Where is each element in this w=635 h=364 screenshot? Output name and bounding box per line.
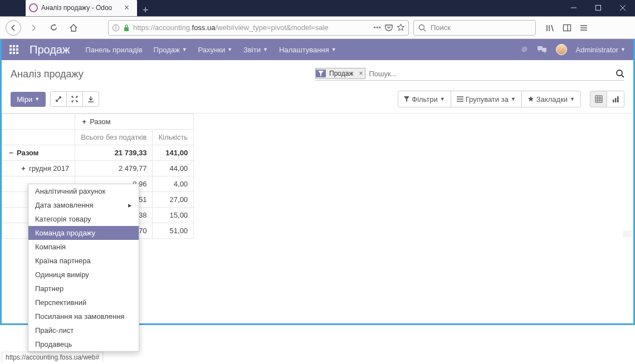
dropdown-item[interactable]: Компанія — [28, 240, 139, 254]
svg-rect-23 — [595, 96, 602, 102]
dropdown-item[interactable]: Партнер — [28, 282, 139, 296]
cell: 21 739,33 — [75, 145, 153, 161]
chat-icon[interactable] — [537, 45, 547, 54]
browser-search[interactable]: Поиск — [413, 20, 536, 36]
scrollbar[interactable] — [623, 230, 632, 237]
submenu-arrow-icon: ▸ — [128, 201, 132, 209]
dropdown-item[interactable]: Одиниця виміру — [28, 268, 139, 282]
pivot-view-button[interactable] — [590, 91, 607, 107]
filter-icon — [316, 70, 326, 77]
cell: 4,00 — [153, 176, 194, 192]
browser-navbar: https://accounting.foss.ua/web#view_type… — [0, 17, 635, 39]
svg-line-19 — [622, 75, 624, 77]
svg-line-9 — [424, 29, 426, 31]
pocket-icon[interactable] — [384, 24, 393, 32]
menu-dashboard[interactable]: Панель приладів — [85, 46, 142, 54]
menu-settings[interactable]: Налаштування▼ — [279, 46, 336, 54]
dropdown-item[interactable]: Продавець — [28, 337, 139, 351]
expand-all-button[interactable] — [66, 91, 83, 107]
dropdown-item[interactable]: Категорія товару — [28, 212, 139, 226]
back-button[interactable] — [6, 20, 21, 36]
svg-rect-29 — [615, 98, 617, 102]
svg-point-6 — [115, 25, 116, 26]
svg-rect-28 — [613, 100, 614, 102]
dropdown-item[interactable]: Команда продажу — [28, 226, 139, 240]
svg-rect-1 — [596, 6, 601, 11]
svg-line-12 — [551, 25, 553, 31]
sidebar-icon[interactable] — [563, 23, 572, 32]
url-more-icon[interactable]: ••• — [373, 23, 381, 32]
list-icon — [457, 96, 463, 102]
control-panel: Аналіз продажу Продаж × Міри ▼ — [2, 60, 633, 114]
col-header-total[interactable]: +Разом — [75, 114, 194, 130]
dropdown-item[interactable]: Прайс-лист — [28, 323, 139, 337]
dropdown-item[interactable]: Посилання на замовлення — [28, 309, 139, 323]
dropdown-item[interactable]: Країна партнера — [28, 254, 139, 268]
menu-reports[interactable]: Звіти▼ — [243, 46, 268, 54]
status-bar: https://accounting.foss.ua/web# — [2, 352, 103, 362]
tag-remove-icon[interactable]: × — [356, 70, 365, 77]
filters-button[interactable]: Фільтри ▼ — [398, 91, 451, 107]
library-icon[interactable] — [546, 23, 555, 32]
flip-axis-button[interactable] — [50, 91, 67, 107]
info-icon — [112, 24, 120, 32]
tab-title: Аналіз продажу - Odoo — [41, 4, 119, 12]
dropdown-item[interactable]: Перспективний — [28, 296, 139, 309]
cell: 44,00 — [153, 161, 194, 176]
search-filter-tag: Продаж × — [315, 68, 365, 79]
url-text: https://accounting.foss.ua/web#view_type… — [133, 23, 370, 32]
user-menu[interactable]: Administrator▼ — [576, 46, 626, 54]
groupby-dropdown: Аналітичний рахунок Дата замовлення▸ Кат… — [28, 184, 139, 352]
svg-rect-30 — [617, 96, 619, 102]
hamburger-icon[interactable] — [579, 23, 588, 32]
favicon-icon — [29, 3, 38, 12]
home-button[interactable] — [66, 20, 81, 36]
measure-header-1[interactable]: Всього без податків — [75, 130, 153, 145]
avatar-icon — [556, 44, 567, 55]
cell: 27,00 — [153, 192, 194, 208]
browser-tab[interactable]: Аналіз продажу - Odoo × — [26, 0, 137, 16]
svg-point-18 — [617, 70, 622, 76]
bookmark-star-icon[interactable] — [397, 23, 405, 32]
search-icon — [418, 24, 426, 32]
tab-close-icon[interactable]: × — [122, 3, 131, 13]
menu-sales[interactable]: Продаж▼ — [154, 46, 187, 54]
graph-view-button[interactable] — [607, 91, 624, 107]
newtab-button[interactable]: + — [137, 4, 154, 16]
apps-icon[interactable] — [9, 45, 18, 54]
odoo-top-menu: Продаж Панель приладів Продаж▼ Рахунки▼ … — [2, 39, 633, 60]
favorites-button[interactable]: Закладки ▼ — [521, 91, 581, 107]
search-input[interactable] — [369, 70, 616, 78]
row-header[interactable]: +грудня 2017 — [2, 161, 75, 176]
groupby-button[interactable]: Групувати за ▼ — [451, 91, 522, 107]
filter-icon — [404, 96, 409, 102]
svg-rect-13 — [564, 24, 571, 31]
url-bar[interactable]: https://accounting.foss.ua/web#view_type… — [108, 20, 409, 36]
cell: 15,00 — [153, 208, 194, 223]
forward-button[interactable] — [26, 20, 41, 36]
cell: 51,00 — [153, 223, 194, 239]
dropdown-item[interactable]: Аналітичний рахунок — [28, 184, 139, 198]
svg-rect-7 — [124, 27, 129, 31]
measure-header-2[interactable]: Кількість — [153, 130, 194, 145]
app-brand[interactable]: Продаж — [30, 43, 70, 56]
svg-point-8 — [419, 24, 424, 29]
lock-icon — [123, 24, 130, 32]
cell: 141,00 — [153, 145, 194, 161]
measures-button[interactable]: Міри ▼ — [11, 92, 46, 107]
reload-button[interactable] — [46, 20, 61, 36]
page-title: Аналіз продажу — [11, 68, 84, 80]
menu-invoices[interactable]: Рахунки▼ — [198, 46, 233, 54]
download-button[interactable] — [82, 91, 99, 107]
cell: 2 479,77 — [75, 161, 153, 176]
search-placeholder: Поиск — [431, 23, 451, 32]
search-button[interactable] — [616, 69, 624, 78]
at-icon[interactable]: ＠ — [521, 45, 528, 55]
star-icon — [527, 96, 534, 102]
window-minimize-button[interactable] — [561, 0, 586, 16]
row-header-total[interactable]: −Разом — [2, 145, 75, 161]
dropdown-item[interactable]: Дата замовлення▸ — [28, 198, 139, 212]
search-area[interactable]: Продаж × — [315, 68, 624, 81]
window-maximize-button[interactable] — [586, 0, 610, 16]
window-close-button[interactable] — [610, 0, 635, 16]
